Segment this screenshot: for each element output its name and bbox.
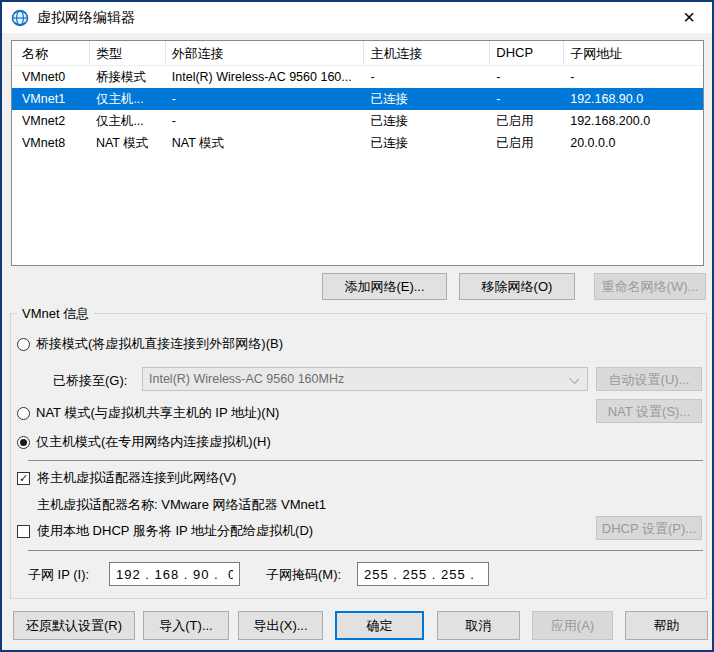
local-dhcp-label: 使用本地 DHCP 服务将 IP 地址分配给虚拟机(D) — [37, 522, 313, 540]
bridged-to-dropdown: Intel(R) Wireless-AC 9560 160MHz — [142, 367, 588, 391]
vmnet-info-group: VMnet 信息 桥接模式(将虚拟机直接连接到外部网络)(B) 已桥接至(G):… — [10, 313, 707, 599]
col-header-subnet[interactable]: 子网地址 — [564, 41, 703, 65]
virtual-network-editor-dialog: 虚拟网络编辑器 × 名称 类型 外部连接 主机连接 DHCP 子网地址 VMne… — [0, 0, 714, 652]
cell-external: Intel(R) Wireless-AC 9560 160... — [166, 70, 365, 84]
cell-name: VMnet1 — [12, 92, 90, 106]
cell-subnet: - — [564, 70, 703, 84]
nat-mode-label: NAT 模式(与虚拟机共享主机的 IP 地址)(N) — [36, 404, 279, 422]
cell-host: 已连接 — [364, 91, 490, 108]
titlebar: 虚拟网络编辑器 × — [2, 2, 712, 33]
checkbox-unchecked-icon — [17, 525, 30, 538]
cell-subnet: 192.168.90.0 — [564, 92, 703, 106]
cell-host: - — [364, 70, 490, 84]
adapter-name-text: 主机虚拟适配器名称: VMware 网络适配器 VMnet1 — [37, 496, 326, 514]
cell-dhcp: - — [490, 92, 564, 106]
separator — [28, 550, 703, 551]
help-button[interactable]: 帮助 — [625, 611, 708, 640]
close-icon[interactable]: × — [672, 2, 706, 32]
cell-name: VMnet8 — [12, 136, 90, 150]
table-row-vmnet8[interactable]: VMnet8 NAT 模式 NAT 模式 已连接 已启用 20.0.0.0 — [12, 132, 703, 154]
separator — [28, 460, 703, 461]
subnet-mask-label: 子网掩码(M): — [266, 566, 341, 584]
window-title: 虚拟网络编辑器 — [37, 9, 135, 27]
bridged-to-value: Intel(R) Wireless-AC 9560 160MHz — [149, 372, 344, 386]
ok-button[interactable]: 确定 — [335, 611, 424, 640]
cell-dhcp: 已启用 — [490, 113, 564, 130]
cell-subnet: 192.168.200.0 — [564, 114, 703, 128]
cell-external: - — [166, 114, 365, 128]
app-globe-icon — [11, 9, 29, 27]
cell-dhcp: 已启用 — [490, 135, 564, 152]
host-only-mode-label: 仅主机模式(在专用网络内连接虚拟机)(H) — [36, 433, 271, 451]
subnet-ip-field[interactable] — [109, 562, 240, 586]
remove-network-button[interactable]: 移除网络(O) — [459, 273, 575, 300]
cell-external: - — [166, 92, 365, 106]
cell-name: VMnet0 — [12, 70, 90, 84]
cell-host: 已连接 — [364, 113, 490, 130]
col-header-external[interactable]: 外部连接 — [166, 41, 365, 65]
add-network-button[interactable]: 添加网络(E)... — [322, 273, 447, 300]
connect-adapter-checkbox[interactable]: ✓ 将主机虚拟适配器连接到此网络(V) — [17, 469, 236, 487]
table-row-vmnet1-selected[interactable]: VMnet1 仅主机... - 已连接 - 192.168.90.0 — [12, 88, 703, 110]
bridged-to-label: 已桥接至(G): — [53, 372, 127, 390]
bridged-mode-label: 桥接模式(将虚拟机直接连接到外部网络)(B) — [36, 335, 283, 353]
checkbox-checked-icon: ✓ — [17, 472, 30, 485]
cell-type: 仅主机... — [90, 91, 166, 108]
connect-adapter-label: 将主机虚拟适配器连接到此网络(V) — [37, 469, 236, 487]
dhcp-settings-button: DHCP 设置(P)... — [596, 516, 702, 540]
cell-dhcp: - — [490, 70, 564, 84]
rename-network-button: 重命名网络(W)... — [594, 273, 706, 300]
col-header-type[interactable]: 类型 — [90, 41, 166, 65]
import-button[interactable]: 导入(T)... — [143, 611, 229, 640]
subnet-ip-label: 子网 IP (I): — [28, 566, 89, 584]
col-header-host[interactable]: 主机连接 — [364, 41, 490, 65]
col-header-name[interactable]: 名称 — [12, 41, 90, 65]
network-list-header: 名称 类型 外部连接 主机连接 DHCP 子网地址 — [12, 41, 703, 66]
network-list: 名称 类型 外部连接 主机连接 DHCP 子网地址 VMnet0 桥接模式 In… — [11, 40, 704, 266]
export-button[interactable]: 导出(X)... — [238, 611, 323, 640]
radio-off-icon — [17, 338, 30, 351]
col-header-dhcp[interactable]: DHCP — [490, 41, 564, 65]
cell-host: 已连接 — [364, 135, 490, 152]
radio-off-icon — [17, 407, 30, 420]
cell-type: NAT 模式 — [90, 135, 166, 152]
chevron-down-icon — [569, 374, 579, 384]
apply-button: 应用(A) — [532, 611, 613, 640]
table-row-vmnet2[interactable]: VMnet2 仅主机... - 已连接 已启用 192.168.200.0 — [12, 110, 703, 132]
cell-type: 桥接模式 — [90, 69, 166, 86]
restore-defaults-button[interactable]: 还原默认设置(R) — [13, 611, 135, 640]
radio-on-icon — [17, 436, 30, 449]
local-dhcp-checkbox[interactable]: 使用本地 DHCP 服务将 IP 地址分配给虚拟机(D) — [17, 522, 313, 540]
vmnet-info-group-label: VMnet 信息 — [17, 305, 94, 323]
subnet-mask-field[interactable] — [357, 562, 489, 586]
cell-type: 仅主机... — [90, 113, 166, 130]
table-row-vmnet0[interactable]: VMnet0 桥接模式 Intel(R) Wireless-AC 9560 16… — [12, 66, 703, 88]
bridged-mode-radio[interactable]: 桥接模式(将虚拟机直接连接到外部网络)(B) — [17, 335, 283, 353]
auto-settings-button: 自动设置(U)... — [596, 367, 702, 391]
cell-external: NAT 模式 — [166, 135, 365, 152]
cancel-button[interactable]: 取消 — [437, 611, 520, 640]
nat-mode-radio[interactable]: NAT 模式(与虚拟机共享主机的 IP 地址)(N) — [17, 404, 279, 422]
nat-settings-button: NAT 设置(S)... — [596, 399, 702, 423]
host-only-mode-radio[interactable]: 仅主机模式(在专用网络内连接虚拟机)(H) — [17, 433, 271, 451]
cell-name: VMnet2 — [12, 114, 90, 128]
cell-subnet: 20.0.0.0 — [564, 136, 703, 150]
